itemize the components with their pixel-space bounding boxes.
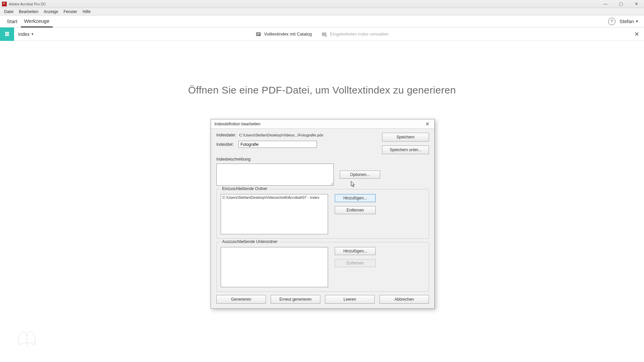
menu-edit[interactable]: Bearbeiten	[16, 9, 41, 15]
close-window-button[interactable]: ✕	[629, 0, 644, 8]
svg-rect-6	[325, 35, 326, 36]
dialog-titlebar: Indexdefinition bearbeiten ✕	[211, 119, 434, 129]
exclude-listbox[interactable]	[221, 247, 328, 287]
include-fieldset: Einzuschließende Ordner C:\Users\Stefan\…	[216, 189, 429, 239]
generate-button[interactable]: Generieren	[216, 295, 266, 304]
fulltext-catalog-action[interactable]: Volltextindex mit Catalog	[255, 31, 312, 37]
help-icon[interactable]: ?	[608, 18, 615, 25]
maximize-button[interactable]: ▢	[613, 0, 629, 8]
menu-file[interactable]: Datei	[1, 9, 16, 15]
tool-subbar: Index ▼ Volltextindex mit Catalog Eingeb…	[0, 27, 644, 41]
svg-rect-3	[257, 35, 259, 35]
dialog-close-button[interactable]: ✕	[424, 121, 431, 127]
tab-tools[interactable]: Werkzeuge	[21, 15, 53, 27]
manage-index-icon	[321, 31, 327, 37]
chevron-down-icon: ▼	[635, 19, 639, 23]
content-area: Öffnen Sie eine PDF-Datei, um Volltextin…	[0, 41, 644, 362]
menu-bar: Datei Bearbeiten Anzeige Fenster Hilfe	[0, 8, 644, 15]
indextitle-label: Indextitel:	[216, 142, 238, 147]
exclude-add-button[interactable]: Hinzufügen...	[335, 247, 376, 255]
clear-button[interactable]: Leeren	[325, 295, 375, 304]
include-remove-button[interactable]: Entfernen	[335, 206, 376, 214]
app-title: Adobe Acrobat Pro DC	[9, 2, 46, 6]
include-add-button[interactable]: Hinzufügen...	[335, 194, 376, 202]
exclude-fieldset: Auszuschließende Unterordner Hinzufügen.…	[216, 242, 429, 292]
tool-dropdown[interactable]: Index ▼	[18, 32, 34, 37]
options-button[interactable]: Optionen...	[340, 171, 380, 179]
indexfile-path: C:\Users\Stefan\Desktop\Videos...\Fotogr…	[239, 133, 330, 137]
cancel-button[interactable]: Abbrechen	[379, 295, 429, 304]
user-menu[interactable]: Stefan ▼	[620, 18, 641, 24]
indexfile-label: Indexdatei:	[216, 133, 239, 137]
user-name: Stefan	[620, 18, 634, 24]
menu-view[interactable]: Anzeige	[41, 9, 61, 15]
description-label: Indexbeschreibung:	[216, 157, 429, 162]
include-legend: Einzuschließende Ordner	[220, 186, 269, 191]
menu-window[interactable]: Fenster	[61, 9, 80, 15]
index-definition-dialog: Indexdefinition bearbeiten ✕ Indexdatei:…	[211, 119, 435, 309]
svg-rect-2	[257, 34, 260, 34]
list-item[interactable]: C:\Users\Stefan\Desktop\Videoschnitt\Acr…	[222, 195, 326, 199]
exclude-legend: Auszuschließende Unterordner	[220, 239, 279, 244]
app-icon	[2, 2, 7, 6]
svg-rect-1	[257, 33, 260, 34]
save-as-button[interactable]: Speichern unter...	[382, 145, 429, 154]
chevron-down-icon: ▼	[31, 33, 34, 36]
include-listbox[interactable]: C:\Users\Stefan\Desktop\Videoschnitt\Acr…	[221, 194, 328, 234]
close-tool-button[interactable]: ✕	[634, 31, 639, 38]
index-tool-icon	[0, 27, 14, 41]
catalog-icon	[255, 31, 261, 37]
menu-help[interactable]: Hilfe	[80, 9, 93, 15]
tab-start[interactable]: Start	[3, 15, 21, 27]
minimize-button[interactable]: —	[598, 0, 613, 8]
main-tabs: Start Werkzeuge ? Stefan ▼	[0, 15, 644, 27]
exclude-remove-button: Entfernen	[335, 259, 376, 267]
dialog-title: Indexdefinition bearbeiten	[214, 122, 260, 126]
manage-embedded-action: Eingebetteten Index verwalten	[321, 31, 389, 37]
window-titlebar: Adobe Acrobat Pro DC — ▢ ✕	[0, 0, 644, 8]
description-textarea[interactable]	[216, 164, 334, 186]
regenerate-button[interactable]: Erneut generieren	[271, 295, 320, 304]
save-button[interactable]: Speichern	[382, 133, 429, 141]
indextitle-input[interactable]	[238, 141, 317, 148]
